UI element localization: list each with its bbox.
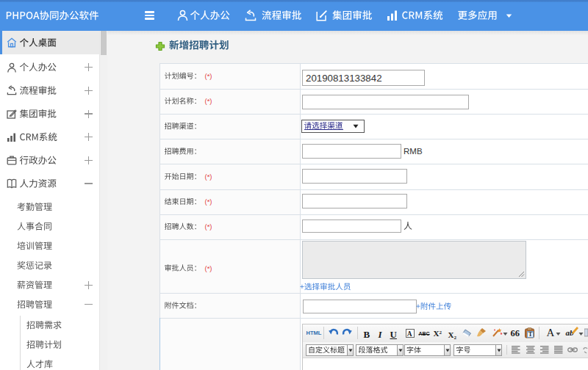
svg-text:T: T	[528, 330, 533, 338]
